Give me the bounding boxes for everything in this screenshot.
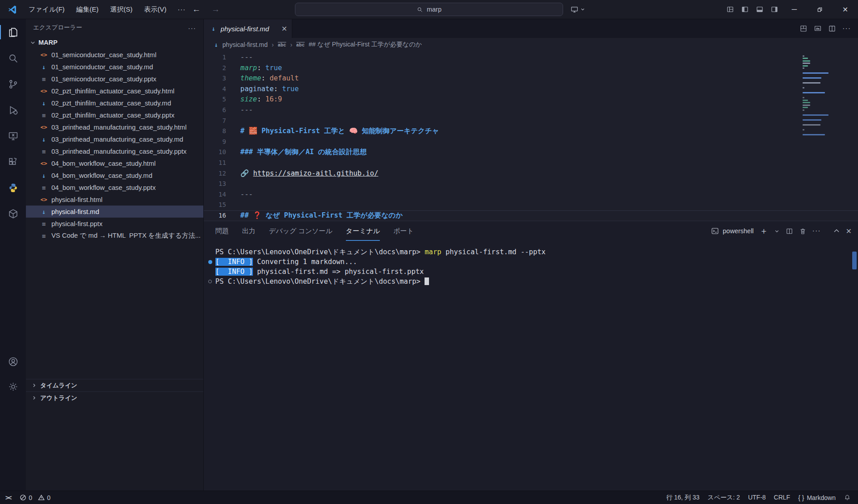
file-item[interactable]: ↓physical-first.md bbox=[26, 206, 203, 218]
code-line[interactable]: 9 bbox=[204, 137, 858, 147]
panel-tab[interactable]: 出力 bbox=[242, 221, 256, 241]
code-line[interactable]: 11 bbox=[204, 158, 858, 168]
code-line[interactable]: 3theme: default bbox=[204, 73, 858, 84]
panel-tab[interactable]: ポート bbox=[393, 221, 414, 241]
panel-tab[interactable]: デバッグ コンソール bbox=[269, 221, 332, 241]
new-terminal-icon[interactable]: ＋ bbox=[760, 225, 768, 237]
file-item[interactable]: ↓02_pzt_thinfilm_actuator_case_study.md bbox=[26, 97, 203, 109]
command-decoration[interactable] bbox=[208, 260, 212, 264]
folder-root[interactable]: MARP bbox=[26, 36, 203, 49]
terminal-more-icon[interactable]: ··· bbox=[812, 227, 821, 235]
breadcrumb-symbol[interactable]: ## なぜ Physical-First 工学が必要なのか bbox=[309, 41, 422, 49]
close-tab-icon[interactable]: ✕ bbox=[281, 25, 287, 33]
code-line[interactable]: 1--- bbox=[204, 52, 858, 63]
shell-selector[interactable]: powershell bbox=[711, 227, 753, 235]
status-item[interactable]: スペース: 2 bbox=[703, 494, 744, 502]
code-line[interactable]: 13 bbox=[204, 179, 858, 189]
status-item[interactable]: UTF-8 bbox=[744, 494, 770, 502]
code-line[interactable]: 10### 半導体／制御／AI の統合設計思想 bbox=[204, 147, 858, 158]
code-line[interactable]: 15 bbox=[204, 200, 858, 210]
toggle-secondary-sidebar-icon[interactable] bbox=[767, 0, 782, 19]
file-item[interactable]: <>01_semiconductor_case_study.html bbox=[26, 49, 203, 61]
remote-explorer-icon[interactable] bbox=[0, 123, 26, 149]
back-button[interactable]: ← bbox=[192, 4, 201, 14]
file-item[interactable]: ↓01_semiconductor_case_study.md bbox=[26, 61, 203, 73]
more-actions-icon[interactable]: ··· bbox=[842, 25, 851, 33]
menu-edit[interactable]: 編集(E) bbox=[71, 0, 105, 19]
file-item[interactable]: <>02_pzt_thinfilm_actuator_case_study.ht… bbox=[26, 85, 203, 97]
sidebar-section-タイムライン[interactable]: タイムライン bbox=[26, 379, 203, 391]
menu-more-button[interactable]: ··· bbox=[172, 0, 191, 19]
customize-layout-icon[interactable] bbox=[723, 0, 737, 19]
account-icon[interactable] bbox=[0, 349, 26, 374]
panel-tab[interactable]: ターミナル bbox=[346, 221, 380, 241]
explorer-more-button[interactable]: ··· bbox=[188, 24, 196, 32]
terminal-scrollbar[interactable] bbox=[852, 252, 857, 269]
remote-indicator[interactable]: >< bbox=[5, 494, 13, 501]
explorer-icon[interactable] bbox=[0, 19, 26, 45]
command-decoration[interactable] bbox=[208, 280, 212, 283]
maximize-panel-icon[interactable] bbox=[833, 227, 840, 235]
status-item[interactable]: CRLF bbox=[770, 494, 795, 502]
split-editor-icon[interactable] bbox=[828, 25, 836, 33]
open-changes-icon[interactable] bbox=[799, 25, 808, 33]
problems-status[interactable]: 0 0 bbox=[20, 494, 50, 501]
forward-button[interactable]: → bbox=[211, 4, 220, 14]
code-line[interactable]: 16## ❓ なぜ Physical-First 工学が必要なのか bbox=[204, 210, 858, 221]
tab-physical-first-md[interactable]: ↓ physical-first.md ✕ bbox=[204, 19, 292, 38]
chevron-down-icon[interactable] bbox=[774, 228, 780, 234]
settings-gear-icon[interactable] bbox=[0, 374, 26, 399]
split-terminal-icon[interactable] bbox=[786, 227, 793, 235]
restore-button[interactable] bbox=[807, 0, 833, 19]
menu-selection[interactable]: 選択(S) bbox=[105, 0, 139, 19]
file-item[interactable]: ≡04_bom_workflow_case_study.pptx bbox=[26, 181, 203, 193]
search-view-icon[interactable] bbox=[0, 45, 26, 71]
code-line[interactable]: 14--- bbox=[204, 189, 858, 200]
line-number: 8 bbox=[204, 126, 226, 137]
file-item[interactable]: ↓03_printhead_manufacturing_case_study.m… bbox=[26, 133, 203, 145]
language-mode[interactable]: { } Markdown bbox=[794, 494, 840, 501]
vscode-logo-icon bbox=[7, 4, 17, 15]
toggle-primary-sidebar-icon[interactable] bbox=[737, 0, 752, 19]
code-line[interactable]: 7 bbox=[204, 116, 858, 126]
code-line[interactable]: 6--- bbox=[204, 105, 858, 116]
close-button[interactable]: ✕ bbox=[833, 0, 858, 19]
sidebar-section-アウトライン[interactable]: アウトライン bbox=[26, 391, 203, 404]
code-line[interactable]: 4paginate: true bbox=[204, 84, 858, 95]
status-item[interactable]: 行 16, 列 33 bbox=[662, 494, 704, 502]
code-line[interactable]: 5size: 16:9 bbox=[204, 94, 858, 105]
file-item[interactable]: ≡01_semiconductor_case_study.pptx bbox=[26, 73, 203, 85]
file-item[interactable]: ≡02_pzt_thinfilm_actuator_case_study.ppt… bbox=[26, 109, 203, 121]
file-item[interactable]: <>physical-first.html bbox=[26, 193, 203, 206]
file-item[interactable]: <>03_printhead_manufacturing_case_study.… bbox=[26, 121, 203, 133]
code-line[interactable]: 8# 🧱 Physical-First 工学と 🧠 知能制御アーキテクチャ bbox=[204, 126, 858, 137]
source-control-icon[interactable] bbox=[0, 71, 26, 97]
minimap[interactable] bbox=[803, 54, 851, 139]
code-line[interactable]: 12🔗 https://samizo-aitl.github.io/ bbox=[204, 168, 858, 179]
close-panel-icon[interactable]: ✕ bbox=[846, 227, 852, 235]
editor[interactable]: 1---2marp: true3theme: default4paginate:… bbox=[204, 51, 858, 221]
run-debug-icon[interactable] bbox=[0, 97, 26, 123]
menu-file[interactable]: ファイル(F) bbox=[23, 0, 71, 19]
toggle-panel-icon[interactable] bbox=[752, 0, 767, 19]
kill-terminal-icon[interactable] bbox=[799, 227, 807, 235]
markdown-preview-icon[interactable] bbox=[814, 25, 822, 33]
minimize-button[interactable]: ─ bbox=[782, 0, 807, 19]
notifications-bell-icon[interactable] bbox=[840, 494, 853, 501]
symbol-string-icon[interactable]: abc bbox=[278, 42, 286, 47]
code-line[interactable]: 2marp: true bbox=[204, 63, 858, 74]
file-item[interactable]: ≡03_printhead_manufacturing_case_study.p… bbox=[26, 145, 203, 157]
file-item[interactable]: ≡VS Code で md → HTML PPTX を生成する方法... bbox=[26, 230, 203, 242]
python-icon[interactable] bbox=[0, 175, 26, 201]
extensions-icon[interactable] bbox=[0, 149, 26, 175]
file-item[interactable]: ↓04_bom_workflow_case_study.md bbox=[26, 169, 203, 181]
file-item[interactable]: ≡physical-first.pptx bbox=[26, 218, 203, 230]
file-item[interactable]: <>04_bom_workflow_case_study.html bbox=[26, 157, 203, 169]
menu-view[interactable]: 表示(V) bbox=[139, 0, 172, 19]
terminal-output[interactable]: PS C:\Users\Lenovo\OneDrive\ドキュメント\docs\… bbox=[204, 241, 858, 491]
command-center-search[interactable]: marp bbox=[295, 3, 563, 16]
panel-tab[interactable]: 問題 bbox=[215, 221, 229, 241]
containers-icon[interactable] bbox=[0, 201, 26, 227]
remote-window-button[interactable] bbox=[570, 0, 585, 19]
breadcrumb-file[interactable]: ↓ physical-first.md bbox=[213, 41, 268, 48]
